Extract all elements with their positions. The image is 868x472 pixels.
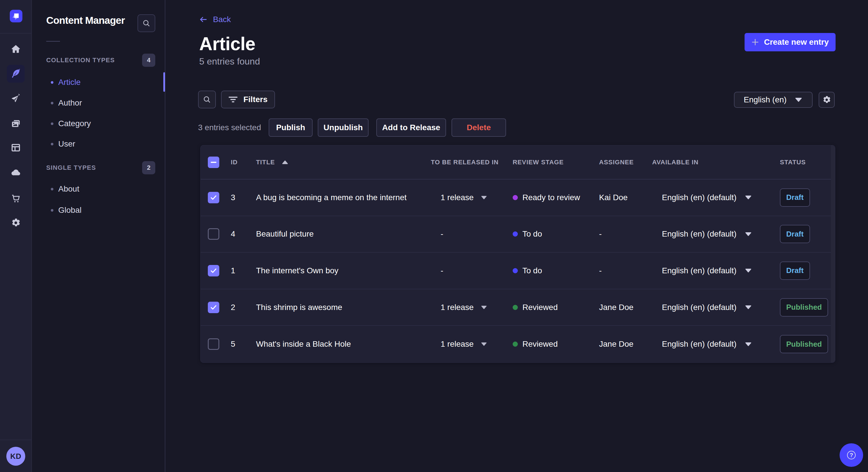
column-header-assignee[interactable]: ASSIGNEE [599,159,634,166]
cell-released[interactable]: 1 release [441,339,487,349]
review-stage-dot-icon [513,231,518,237]
strapi-logo[interactable] [10,10,22,22]
cell-available-in[interactable]: English (en) (default) [662,193,751,202]
table-search-button[interactable] [198,91,216,108]
column-header-status[interactable]: STATUS [780,159,806,166]
column-header-available-in[interactable]: AVAILABLE IN [652,159,699,166]
images-icon [11,118,21,129]
cell-title: A bug is becoming a meme on the internet [256,193,407,202]
table-scrollbar[interactable] [831,145,835,363]
column-header-released[interactable]: TO BE RELEASED IN [431,159,499,166]
cell-status: Published [780,335,828,353]
chevron-down-icon [481,305,487,309]
sidebar-item-article[interactable]: Article [32,72,165,93]
table-row[interactable]: 1 The internet's Own boy - To do [200,252,835,289]
back-link[interactable]: Back [199,13,231,26]
cell-available-in[interactable]: English (en) (default) [662,266,751,275]
cell-available-in[interactable]: English (en) (default) [662,303,751,312]
home-icon [11,44,21,54]
delete-button[interactable]: Delete [452,119,506,137]
active-item-indicator [163,72,165,92]
chevron-down-icon [745,342,751,346]
create-new-entry-button[interactable]: Create new entry [745,33,836,51]
sidebar-item-category[interactable]: Category [32,113,165,134]
cart-icon [11,193,21,204]
section-label-collection-types: COLLECTION TYPES [46,57,115,64]
add-to-release-button[interactable]: Add to Release [376,119,446,137]
sidebar-item-author[interactable]: Author [32,93,165,113]
nav-releases[interactable] [7,90,25,107]
bullet-icon [51,209,53,212]
status-badge: Draft [780,225,810,243]
sidebar-item-user[interactable]: User [32,134,165,154]
cell-released[interactable]: 1 release [441,303,487,312]
row-checkbox[interactable] [208,338,219,350]
cloud-icon [10,167,21,178]
row-checkbox[interactable] [208,302,219,313]
cell-review-stage: To do [513,266,542,275]
nav-content-type-builder[interactable] [7,139,25,157]
filter-icon [228,96,238,103]
nav-marketplace[interactable] [7,190,25,207]
row-checkbox[interactable] [208,265,219,276]
review-stage-dot-icon [513,305,518,310]
review-stage-dot-icon [513,341,518,347]
page-title: Article [199,33,255,55]
filters-button[interactable]: Filters [221,91,275,108]
cell-assignee: - [599,266,601,275]
subnav-search-button[interactable] [137,14,155,32]
rail-divider-bottom [0,440,31,440]
bullet-icon [51,188,53,191]
help-button[interactable]: ? [840,443,863,467]
indeterminate-dash-icon [211,162,216,163]
section-label-single-types: SINGLE TYPES [46,164,96,171]
gear-icon [822,95,831,104]
cell-assignee: Jane Doe [599,339,633,349]
select-all-checkbox[interactable] [208,157,219,168]
table-row[interactable]: 4 Beautiful picture - To do [200,216,835,253]
table-row[interactable]: 5 What's inside a Black Hole 1 release R… [200,326,835,363]
cell-assignee: - [599,229,601,239]
sidebar-item-about[interactable]: About [32,179,165,199]
avatar[interactable]: KD [6,447,25,466]
sidebar-item-global[interactable]: Global [32,200,165,221]
sort-asc-icon [282,160,288,164]
cell-review-stage: Ready to review [513,193,580,202]
nav-media-library[interactable] [7,114,25,132]
table-row[interactable]: 2 This shrimp is awesome 1 release Revie… [200,289,835,326]
nav-settings[interactable] [7,214,25,232]
nav-content-manager[interactable] [7,65,25,82]
publish-button[interactable]: Publish [269,119,313,137]
column-header-review-stage[interactable]: REVIEW STAGE [513,159,564,166]
paper-plane-icon [11,94,21,104]
cell-id: 5 [231,339,236,349]
column-header-title[interactable]: TITLE [256,159,288,166]
cell-available-in[interactable]: English (en) (default) [662,339,751,349]
view-settings-button[interactable] [818,92,835,108]
cell-released[interactable]: 1 release [441,193,487,202]
row-checkbox[interactable] [208,228,219,240]
cell-available-in[interactable]: English (en) (default) [662,229,751,239]
chevron-down-icon [745,232,751,236]
cell-released[interactable]: - [441,229,443,239]
column-header-id[interactable]: ID [231,159,238,166]
cell-status: Published [780,298,828,316]
bullet-icon [51,143,53,145]
nav-deploy[interactable] [7,164,25,181]
layout-icon [11,142,21,153]
cell-review-stage: Reviewed [513,303,558,312]
chevron-down-icon [745,195,751,200]
cell-title: Beautiful picture [256,229,314,239]
nav-home[interactable] [7,40,25,58]
row-checkbox[interactable] [208,192,219,203]
cell-released[interactable]: - [441,266,443,275]
locale-select[interactable]: English (en) [734,92,813,108]
table-row[interactable]: 3 A bug is becoming a meme on the intern… [200,179,835,216]
search-icon [142,19,151,28]
arrow-left-icon [199,15,207,24]
cell-review-stage: To do [513,229,542,239]
bullet-icon [51,123,53,125]
check-icon [210,304,217,311]
unpublish-button[interactable]: Unpublish [318,119,369,137]
review-stage-dot-icon [513,195,518,200]
